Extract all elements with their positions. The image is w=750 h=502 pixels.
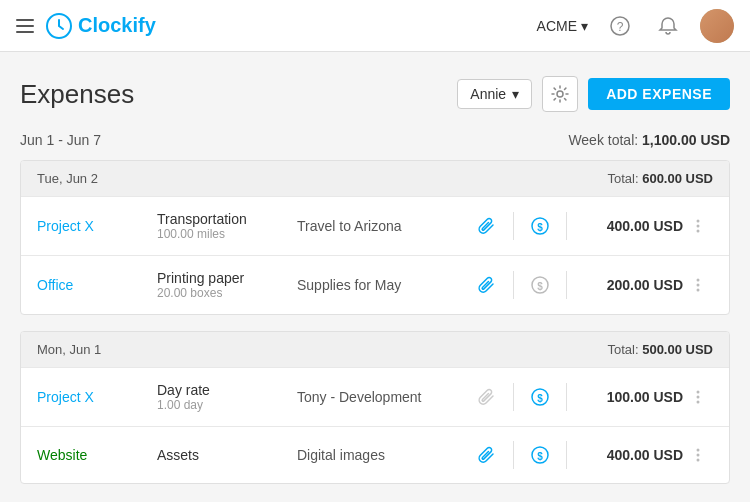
category-name: Assets (157, 447, 297, 463)
billable-indicator[interactable]: $ (520, 217, 560, 235)
svg-text:$: $ (537, 222, 543, 233)
paperclip-icon (478, 446, 496, 464)
column-divider (513, 383, 514, 411)
expense-project: Project X (37, 218, 157, 234)
dots-menu-icon (689, 388, 707, 406)
category-sub: 1.00 day (157, 398, 297, 412)
workspace-selector[interactable]: ACME ▾ (537, 18, 588, 34)
category-name: Printing paper (157, 270, 297, 286)
workspace-name: ACME (537, 18, 577, 34)
expense-project: Website (37, 447, 157, 463)
svg-text:?: ? (617, 20, 624, 34)
expense-category: Assets (157, 447, 297, 463)
expense-row: Project X Day rate 1.00 day Tony - Devel… (21, 367, 729, 426)
user-avatar[interactable] (700, 9, 734, 43)
column-divider (513, 212, 514, 240)
group-date: Tue, Jun 2 (37, 171, 98, 186)
expense-category: Printing paper 20.00 boxes (157, 270, 297, 300)
row-menu-button[interactable] (683, 388, 713, 406)
logo-text: Clockify (78, 14, 156, 37)
billable-indicator[interactable]: $ (520, 276, 560, 294)
dots-menu-icon (689, 446, 707, 464)
svg-point-12 (697, 284, 700, 287)
expense-amount: 400.00 USD (573, 447, 683, 463)
svg-point-3 (557, 91, 563, 97)
svg-text:$: $ (537, 451, 543, 462)
column-divider (513, 441, 514, 469)
expense-amount: 100.00 USD (573, 389, 683, 405)
logo: Clockify (46, 13, 525, 39)
row-menu-button[interactable] (683, 446, 713, 464)
topnav-right: ACME ▾ ? (537, 9, 734, 43)
expense-row: Project X Transportation 100.00 miles Tr… (21, 196, 729, 255)
column-divider (566, 271, 567, 299)
notifications-button[interactable] (652, 10, 684, 42)
add-expense-button[interactable]: ADD EXPENSE (588, 78, 730, 110)
hamburger-menu[interactable] (16, 19, 34, 33)
row-menu-button[interactable] (683, 276, 713, 294)
billable-indicator[interactable]: $ (520, 388, 560, 406)
expense-notes: Travel to Arizona (297, 218, 467, 234)
dollar-icon: $ (531, 217, 549, 235)
expense-groups: Tue, Jun 2 Total: 600.00 USD Project X T… (20, 160, 730, 484)
svg-point-21 (697, 449, 700, 452)
user-filter-select[interactable]: Annie ▾ (457, 79, 532, 109)
svg-point-11 (697, 279, 700, 282)
attachment-indicator[interactable] (467, 388, 507, 406)
billable-indicator[interactable]: $ (520, 446, 560, 464)
week-total-value: 1,100.00 USD (642, 132, 730, 148)
expense-group-tue-jun-2: Tue, Jun 2 Total: 600.00 USD Project X T… (20, 160, 730, 315)
expense-category: Day rate 1.00 day (157, 382, 297, 412)
header-controls: Annie ▾ ADD EXPENSE (457, 76, 730, 112)
row-menu-button[interactable] (683, 217, 713, 235)
expense-amount: 400.00 USD (573, 218, 683, 234)
expense-project: Project X (37, 389, 157, 405)
category-name: Transportation (157, 211, 297, 227)
bell-icon (658, 16, 678, 36)
expense-amount: 200.00 USD (573, 277, 683, 293)
expense-row: Website Assets Digital images $ 400.00 U… (21, 426, 729, 483)
group-header-mon-jun-1: Mon, Jun 1 Total: 500.00 USD (21, 332, 729, 367)
group-total-value: 600.00 USD (642, 171, 713, 186)
group-total: Total: 500.00 USD (607, 342, 713, 357)
page-title: Expenses (20, 79, 134, 110)
paperclip-icon (478, 388, 496, 406)
svg-point-8 (697, 230, 700, 233)
gear-icon (551, 85, 569, 103)
expense-category: Transportation 100.00 miles (157, 211, 297, 241)
dollar-icon: $ (531, 446, 549, 464)
group-total: Total: 600.00 USD (607, 171, 713, 186)
column-divider (566, 212, 567, 240)
column-divider (566, 441, 567, 469)
svg-point-13 (697, 289, 700, 292)
expense-notes: Tony - Development (297, 389, 467, 405)
category-sub: 20.00 boxes (157, 286, 297, 300)
svg-point-17 (697, 396, 700, 399)
paperclip-icon (478, 217, 496, 235)
expense-notes: Digital images (297, 447, 467, 463)
expense-group-mon-jun-1: Mon, Jun 1 Total: 500.00 USD Project X D… (20, 331, 730, 484)
paperclip-icon (478, 276, 496, 294)
user-select-chevron-icon: ▾ (512, 86, 519, 102)
svg-point-18 (697, 401, 700, 404)
attachment-indicator[interactable] (467, 446, 507, 464)
dots-menu-icon (689, 276, 707, 294)
clockify-logo-icon (46, 13, 72, 39)
svg-point-16 (697, 391, 700, 394)
dollar-icon: $ (531, 388, 549, 406)
svg-point-22 (697, 454, 700, 457)
column-divider (566, 383, 567, 411)
date-range-label: Jun 1 - Jun 7 (20, 132, 101, 148)
workspace-chevron-icon: ▾ (581, 18, 588, 34)
settings-button[interactable] (542, 76, 578, 112)
attachment-indicator[interactable] (467, 276, 507, 294)
main-content: Expenses Annie ▾ ADD EXPENSE Jun 1 - Jun… (0, 52, 750, 502)
page-header: Expenses Annie ▾ ADD EXPENSE (20, 76, 730, 112)
svg-text:$: $ (537, 393, 543, 404)
column-divider (513, 271, 514, 299)
help-button[interactable]: ? (604, 10, 636, 42)
svg-point-7 (697, 225, 700, 228)
svg-text:$: $ (537, 281, 543, 292)
attachment-indicator[interactable] (467, 217, 507, 235)
dots-menu-icon (689, 217, 707, 235)
